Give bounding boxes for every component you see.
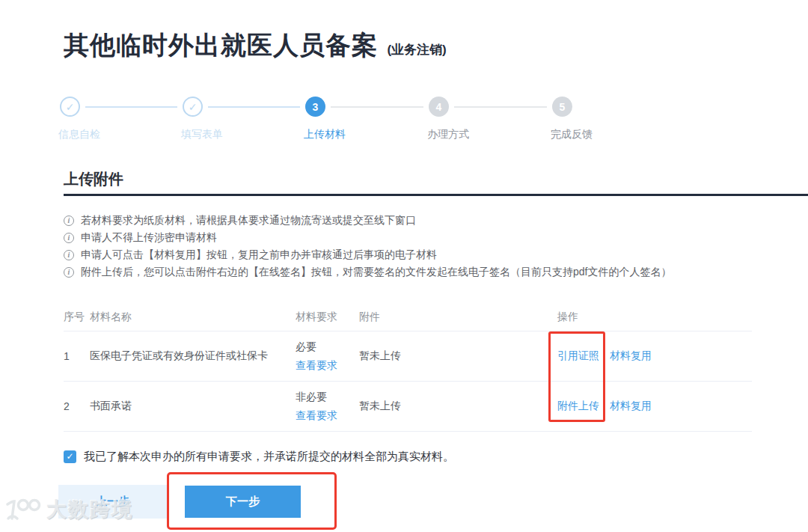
col-header-requirement: 材料要求 bbox=[296, 311, 359, 324]
note-item: i 申请人可点击【材料复用】按钮，复用之前申办并审核通过后事项的电子材料 bbox=[64, 248, 671, 266]
page-subtitle: (业务注销) bbox=[387, 43, 446, 57]
materials-table: 序号 材料名称 材料要求 附件 操作 1 医保电子凭证或有效身份证件或社保卡 必… bbox=[64, 303, 752, 432]
step-connector bbox=[331, 106, 423, 108]
info-icon: i bbox=[64, 250, 74, 260]
step-3-label: 上传材料 bbox=[304, 128, 346, 141]
step-1-label: 信息自检 bbox=[58, 128, 100, 141]
note-item: i 若材料要求为纸质材料，请根据具体要求通过物流寄送或提交至线下窗口 bbox=[64, 214, 671, 231]
step-wizard: ✓ ✓ 3 4 5 信息自检 填写表单 上传材料 办理方式 完成反馈 bbox=[0, 97, 808, 143]
col-header-actions: 操作 bbox=[557, 311, 752, 324]
step-1-circle[interactable]: ✓ bbox=[60, 97, 80, 117]
step-5-label: 完成反馈 bbox=[551, 128, 593, 141]
note-text: 附件上传后，您可以点击附件右边的【在线签名】按钮，对需要签名的文件发起在线电子签… bbox=[81, 266, 671, 279]
material-reuse-link[interactable]: 材料复用 bbox=[610, 349, 652, 363]
cell-index: 1 bbox=[64, 350, 90, 362]
cite-license-link[interactable]: 引用证照 bbox=[557, 349, 599, 363]
cell-requirement: 必要 查看要求 bbox=[296, 337, 359, 375]
note-text: 申请人可点击【材料复用】按钮，复用之前申办并审核通过后事项的电子材料 bbox=[81, 248, 437, 262]
view-requirement-link[interactable]: 查看要求 bbox=[296, 406, 359, 425]
page-title-text: 其他临时外出就医人员备案 bbox=[64, 31, 378, 59]
watermark-100-logo bbox=[4, 497, 43, 522]
note-item: i 附件上传后，您可以点击附件右边的【在线签名】按钮，对需要签名的文件发起在线电… bbox=[64, 266, 671, 283]
check-icon: ✓ bbox=[66, 101, 75, 113]
table-row: 1 医保电子凭证或有效身份证件或社保卡 必要 查看要求 暂未上传 引用证照 材料… bbox=[64, 331, 752, 382]
page-title: 其他临时外出就医人员备案 (业务注销) bbox=[64, 28, 447, 63]
cell-actions: 引用证照 材料复用 bbox=[557, 349, 752, 363]
step-2-circle[interactable]: ✓ bbox=[183, 97, 203, 117]
info-icon: i bbox=[64, 233, 74, 243]
col-header-name: 材料名称 bbox=[90, 311, 296, 324]
notes-list: i 若材料要求为纸质材料，请根据具体要求通过物流寄送或提交至线下窗口 i 申请人… bbox=[64, 214, 671, 283]
section-title: 上传附件 bbox=[64, 169, 123, 189]
note-item: i 申请人不得上传涉密申请材料 bbox=[64, 231, 671, 248]
cell-material-name: 医保电子凭证或有效身份证件或社保卡 bbox=[90, 349, 296, 363]
note-text: 申请人不得上传涉密申请材料 bbox=[81, 231, 217, 245]
cell-material-name: 书面承诺 bbox=[90, 400, 296, 413]
note-text: 若材料要求为纸质材料，请根据具体要求通过物流寄送或提交至线下窗口 bbox=[81, 214, 416, 227]
requirement-level: 必要 bbox=[296, 337, 359, 356]
section-divider bbox=[64, 194, 808, 196]
table-row: 2 书面承诺 非必要 查看要求 暂未上传 附件上传 材料复用 bbox=[64, 382, 752, 432]
cell-index: 2 bbox=[64, 400, 90, 412]
requirement-level: 非必要 bbox=[296, 388, 359, 406]
step-connector bbox=[85, 106, 177, 108]
step-4-circle[interactable]: 4 bbox=[429, 97, 449, 117]
cell-actions: 附件上传 材料复用 bbox=[557, 400, 752, 413]
step-2-label: 填写表单 bbox=[181, 128, 223, 141]
agreement-row: ✓ 我已了解本次申办的所有申请要求，并承诺所提交的材料全部为真实材料。 bbox=[64, 450, 454, 464]
table-header-row: 序号 材料名称 材料要求 附件 操作 bbox=[64, 303, 752, 331]
prev-step-button[interactable]: 上一步 bbox=[58, 485, 167, 519]
step-3-circle[interactable]: 3 bbox=[305, 97, 325, 117]
step-number: 5 bbox=[560, 101, 566, 113]
step-4-label: 办理方式 bbox=[427, 128, 469, 141]
cell-requirement: 非必要 查看要求 bbox=[296, 388, 359, 425]
col-header-index: 序号 bbox=[64, 311, 90, 324]
info-icon: i bbox=[64, 267, 74, 278]
agreement-checkbox[interactable]: ✓ bbox=[64, 450, 76, 463]
step-5-circle[interactable]: 5 bbox=[552, 97, 572, 117]
cell-attachment-status: 暂未上传 bbox=[359, 400, 557, 413]
check-icon: ✓ bbox=[189, 101, 198, 113]
col-header-attachment: 附件 bbox=[359, 311, 557, 324]
agreement-label: 我已了解本次申办的所有申请要求，并承诺所提交的材料全部为真实材料。 bbox=[84, 450, 454, 464]
cell-attachment-status: 暂未上传 bbox=[359, 349, 557, 363]
view-requirement-link[interactable]: 查看要求 bbox=[296, 356, 359, 375]
attachment-upload-link[interactable]: 附件上传 bbox=[557, 400, 599, 413]
step-number: 4 bbox=[436, 101, 442, 113]
next-step-button[interactable]: 下一步 bbox=[185, 486, 301, 518]
step-connector bbox=[208, 106, 300, 108]
material-reuse-link[interactable]: 材料复用 bbox=[610, 400, 652, 413]
step-connector bbox=[454, 106, 547, 108]
info-icon: i bbox=[64, 215, 74, 226]
step-number: 3 bbox=[313, 101, 319, 113]
